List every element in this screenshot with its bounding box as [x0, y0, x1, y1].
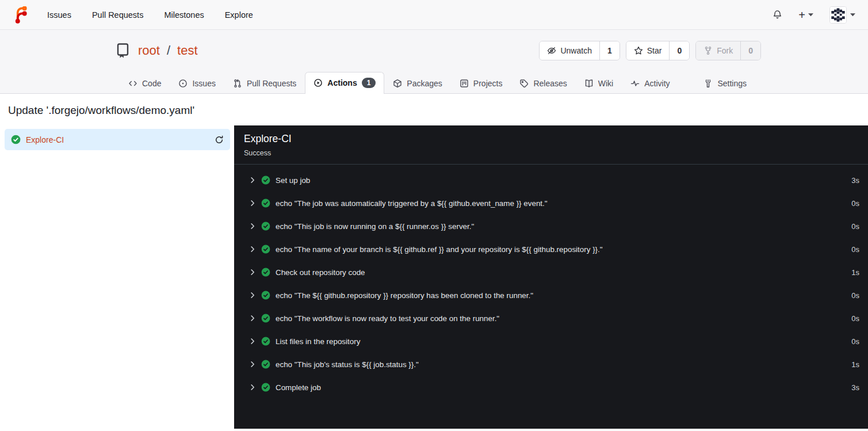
step-row[interactable]: echo "This job is now running on a ${{ r… [234, 215, 868, 238]
jobs-sidebar: Explore-CI [0, 125, 234, 429]
chevron-down-icon [850, 13, 855, 17]
job-panel-header: Explore-CI Success [234, 125, 868, 165]
repo-header: root / test Unwatch 1 [0, 30, 868, 94]
chevron-right-icon [249, 223, 256, 230]
chevron-right-icon [249, 338, 256, 345]
check-circle-icon [11, 135, 21, 144]
step-name: Complete job [276, 383, 321, 392]
tab-issues[interactable]: Issues [170, 73, 224, 94]
step-duration: 0s [851, 337, 859, 346]
job-panel-title: Explore-CI [244, 133, 858, 145]
step-duration: 3s [851, 176, 859, 185]
play-circle-icon [313, 78, 323, 87]
tab-packages[interactable]: Packages [384, 73, 450, 94]
user-menu[interactable] [829, 6, 855, 24]
tab-activity[interactable]: Activity [622, 73, 678, 94]
chevron-right-icon [249, 361, 256, 368]
step-duration: 0s [851, 291, 859, 300]
job-status: Success [244, 149, 858, 157]
star-icon [634, 46, 643, 55]
create-new-button[interactable]: + [798, 9, 813, 21]
nav-pull-requests[interactable]: Pull Requests [92, 10, 143, 20]
check-circle-icon [261, 383, 270, 392]
tab-pull-requests[interactable]: Pull Requests [224, 73, 305, 94]
repo-actions: Unwatch 1 Star 0 [539, 41, 761, 60]
fork-icon [703, 46, 713, 55]
nav-explore[interactable]: Explore [225, 10, 253, 20]
check-circle-icon [261, 222, 270, 231]
repo-tabs: Code Issues Pull Requests Actions 1 Pack… [0, 70, 868, 94]
job-item-explore-ci[interactable]: Explore-CI [5, 129, 230, 150]
step-row[interactable]: echo "The job was automatically triggere… [234, 192, 868, 215]
tab-actions[interactable]: Actions 1 [305, 72, 384, 94]
tab-releases[interactable]: Releases [511, 73, 575, 94]
tab-code[interactable]: Code [120, 73, 170, 94]
check-circle-icon [261, 176, 270, 185]
job-log-panel: Explore-CI Success Set up job 3s [234, 125, 868, 429]
forgejo-logo-icon[interactable] [13, 6, 30, 24]
step-row[interactable]: Check out repository code 1s [234, 261, 868, 284]
repo-icon [115, 42, 132, 59]
rerun-icon[interactable] [215, 135, 224, 144]
step-name: Check out repository code [276, 268, 365, 277]
check-circle-icon [261, 199, 270, 208]
step-name: echo "The job was automatically triggere… [276, 199, 548, 208]
step-duration: 1s [851, 268, 859, 277]
forks-count[interactable]: 0 [740, 41, 760, 60]
nav-milestones[interactable]: Milestones [164, 10, 204, 20]
step-row[interactable]: echo "The workflow is now ready to test … [234, 307, 868, 330]
repo-title: root / test [115, 42, 198, 59]
chevron-right-icon [249, 269, 256, 276]
step-name: echo "The ${{ github.repository }} repos… [276, 291, 533, 300]
step-row[interactable]: echo "This job's status is ${{ job.statu… [234, 353, 868, 376]
check-circle-icon [261, 337, 270, 346]
run-content: Explore-CI Explore-CI Success Set up jo [0, 125, 868, 429]
steps-list: Set up job 3s echo "The job was automati… [234, 165, 868, 399]
step-row[interactable]: Set up job 3s [234, 169, 868, 192]
step-duration: 0s [851, 199, 859, 208]
star-button[interactable]: Star [626, 41, 670, 60]
step-row[interactable]: Complete job 3s [234, 376, 868, 399]
step-name: echo "The workflow is now ready to test … [276, 314, 499, 323]
step-name: List files in the repository [276, 337, 360, 346]
notifications-button[interactable] [773, 10, 782, 20]
chevron-right-icon [249, 384, 256, 391]
check-circle-icon [261, 314, 270, 323]
watchers-count[interactable]: 1 [599, 41, 620, 60]
step-row[interactable]: echo "The name of your branch is ${{ git… [234, 238, 868, 261]
check-circle-icon [261, 360, 270, 369]
main-nav: Issues Pull Requests Milestones Explore [47, 10, 253, 20]
pulse-icon [630, 79, 640, 88]
tab-settings[interactable]: Settings [695, 73, 755, 94]
tab-projects[interactable]: Projects [451, 73, 511, 94]
step-row[interactable]: echo "The ${{ github.repository }} repos… [234, 284, 868, 307]
job-name: Explore-CI [26, 135, 64, 144]
repo-owner-link[interactable]: root [138, 43, 160, 58]
step-duration: 0s [851, 245, 859, 254]
check-circle-icon [261, 291, 270, 300]
watch-button-group: Unwatch 1 [539, 41, 620, 60]
fork-button[interactable]: Fork [696, 41, 740, 60]
eye-slash-icon [547, 46, 556, 55]
chevron-down-icon [808, 13, 813, 17]
step-name: echo "The name of your branch is ${{ git… [276, 245, 603, 254]
tab-wiki[interactable]: Wiki [576, 73, 622, 94]
step-row[interactable]: List files in the repository 0s [234, 330, 868, 353]
nav-issues[interactable]: Issues [47, 10, 71, 20]
check-circle-icon [261, 245, 270, 254]
step-duration: 1s [851, 360, 859, 369]
chevron-right-icon [249, 177, 256, 184]
repo-name-link[interactable]: test [177, 43, 197, 58]
stars-count[interactable]: 0 [669, 41, 689, 60]
project-board-icon [460, 79, 469, 88]
package-icon [393, 79, 402, 88]
fork-button-group: Fork 0 [695, 41, 761, 60]
repo-separator: / [167, 43, 170, 58]
top-navbar: Issues Pull Requests Milestones Explore … [0, 0, 868, 30]
unwatch-button[interactable]: Unwatch [540, 41, 599, 60]
step-name: echo "This job's status is ${{ job.statu… [276, 360, 419, 369]
plus-icon: + [798, 9, 805, 21]
chevron-right-icon [249, 246, 256, 253]
actions-count-badge: 1 [362, 78, 376, 88]
tag-icon [519, 79, 529, 88]
